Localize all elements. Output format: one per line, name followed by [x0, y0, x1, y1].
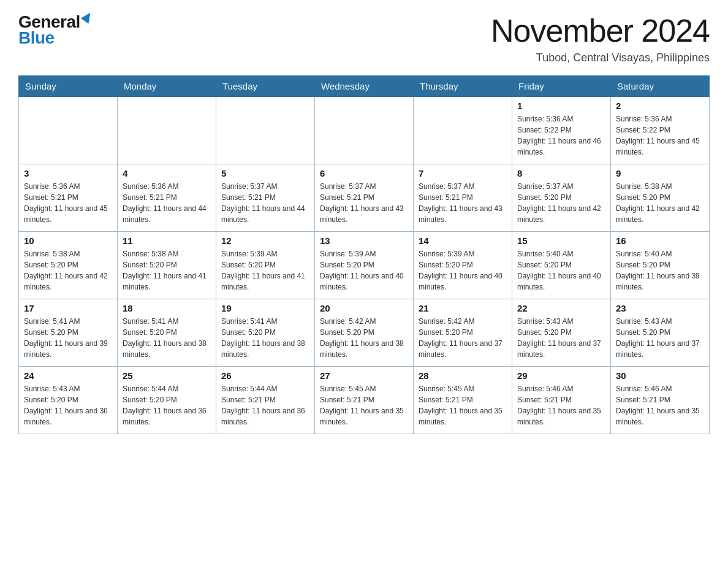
day-number: 15 — [517, 236, 605, 246]
calendar-week-row: 1Sunrise: 5:36 AMSunset: 5:22 PMDaylight… — [19, 97, 710, 164]
weekday-header-tuesday: Tuesday — [216, 76, 315, 97]
day-number: 14 — [419, 236, 507, 246]
day-number: 28 — [419, 370, 507, 381]
calendar-cell: 21Sunrise: 5:42 AMSunset: 5:20 PMDayligh… — [414, 299, 512, 367]
day-number: 10 — [24, 236, 112, 246]
day-info: Sunrise: 5:46 AMSunset: 5:21 PMDaylight:… — [517, 383, 605, 427]
calendar-cell: 5Sunrise: 5:37 AMSunset: 5:21 PMDaylight… — [216, 164, 315, 232]
calendar-cell: 19Sunrise: 5:41 AMSunset: 5:20 PMDayligh… — [216, 299, 315, 367]
weekday-header-wednesday: Wednesday — [315, 76, 414, 97]
calendar-cell: 2Sunrise: 5:36 AMSunset: 5:22 PMDaylight… — [611, 97, 710, 164]
day-number: 8 — [517, 168, 605, 178]
day-number: 23 — [616, 303, 704, 313]
calendar-cell: 3Sunrise: 5:36 AMSunset: 5:21 PMDaylight… — [19, 164, 118, 232]
day-info: Sunrise: 5:39 AMSunset: 5:20 PMDaylight:… — [419, 248, 507, 293]
day-info: Sunrise: 5:39 AMSunset: 5:20 PMDaylight:… — [320, 248, 408, 293]
weekday-header-saturday: Saturday — [611, 76, 710, 97]
day-number: 27 — [320, 370, 408, 381]
day-info: Sunrise: 5:38 AMSunset: 5:20 PMDaylight:… — [24, 248, 112, 293]
day-number: 11 — [123, 236, 211, 246]
calendar-cell — [414, 97, 512, 164]
day-number: 4 — [123, 168, 211, 178]
calendar-cell: 6Sunrise: 5:37 AMSunset: 5:21 PMDaylight… — [315, 164, 414, 232]
calendar-cell: 12Sunrise: 5:39 AMSunset: 5:20 PMDayligh… — [216, 232, 315, 299]
day-number: 18 — [123, 303, 211, 313]
calendar-cell: 24Sunrise: 5:43 AMSunset: 5:20 PMDayligh… — [19, 367, 118, 434]
calendar-week-row: 10Sunrise: 5:38 AMSunset: 5:20 PMDayligh… — [19, 232, 710, 299]
month-title: November 2024 — [491, 12, 710, 49]
day-info: Sunrise: 5:37 AMSunset: 5:21 PMDaylight:… — [419, 181, 507, 225]
day-info: Sunrise: 5:43 AMSunset: 5:20 PMDaylight:… — [24, 383, 112, 427]
title-block: November 2024 Tubod, Central Visayas, Ph… — [491, 12, 710, 64]
calendar-cell: 30Sunrise: 5:46 AMSunset: 5:21 PMDayligh… — [611, 367, 710, 434]
day-number: 1 — [517, 101, 605, 111]
day-number: 26 — [221, 370, 309, 381]
day-info: Sunrise: 5:36 AMSunset: 5:22 PMDaylight:… — [616, 113, 704, 158]
day-info: Sunrise: 5:45 AMSunset: 5:21 PMDaylight:… — [419, 383, 507, 427]
day-info: Sunrise: 5:44 AMSunset: 5:21 PMDaylight:… — [221, 383, 309, 427]
calendar-table: SundayMondayTuesdayWednesdayThursdayFrid… — [18, 75, 710, 434]
calendar-cell: 23Sunrise: 5:43 AMSunset: 5:20 PMDayligh… — [611, 299, 710, 367]
day-info: Sunrise: 5:46 AMSunset: 5:21 PMDaylight:… — [616, 383, 704, 427]
calendar-cell: 29Sunrise: 5:46 AMSunset: 5:21 PMDayligh… — [512, 367, 611, 434]
day-number: 29 — [517, 370, 605, 381]
day-info: Sunrise: 5:41 AMSunset: 5:20 PMDaylight:… — [221, 316, 309, 360]
day-info: Sunrise: 5:36 AMSunset: 5:21 PMDaylight:… — [24, 181, 112, 225]
day-info: Sunrise: 5:39 AMSunset: 5:20 PMDaylight:… — [221, 248, 309, 293]
day-number: 20 — [320, 303, 408, 313]
day-info: Sunrise: 5:36 AMSunset: 5:22 PMDaylight:… — [517, 113, 605, 158]
weekday-header-thursday: Thursday — [414, 76, 512, 97]
calendar-cell: 22Sunrise: 5:43 AMSunset: 5:20 PMDayligh… — [512, 299, 611, 367]
day-number: 9 — [616, 168, 704, 178]
day-number: 17 — [24, 303, 112, 313]
day-info: Sunrise: 5:40 AMSunset: 5:20 PMDaylight:… — [616, 248, 704, 293]
calendar-cell: 9Sunrise: 5:38 AMSunset: 5:20 PMDaylight… — [611, 164, 710, 232]
calendar-cell: 28Sunrise: 5:45 AMSunset: 5:21 PMDayligh… — [414, 367, 512, 434]
day-info: Sunrise: 5:43 AMSunset: 5:20 PMDaylight:… — [517, 316, 605, 360]
page-header: General Blue November 2024 Tubod, Centra… — [18, 12, 710, 64]
calendar-cell: 11Sunrise: 5:38 AMSunset: 5:20 PMDayligh… — [118, 232, 216, 299]
calendar-cell — [118, 97, 216, 164]
calendar-cell: 10Sunrise: 5:38 AMSunset: 5:20 PMDayligh… — [19, 232, 118, 299]
location-label: Tubod, Central Visayas, Philippines — [491, 52, 710, 64]
day-info: Sunrise: 5:37 AMSunset: 5:20 PMDaylight:… — [517, 181, 605, 225]
weekday-header-friday: Friday — [512, 76, 611, 97]
day-number: 12 — [221, 236, 309, 246]
day-number: 16 — [616, 236, 704, 246]
weekday-header-row: SundayMondayTuesdayWednesdayThursdayFrid… — [19, 76, 710, 97]
calendar-cell: 15Sunrise: 5:40 AMSunset: 5:20 PMDayligh… — [512, 232, 611, 299]
day-number: 13 — [320, 236, 408, 246]
calendar-cell: 18Sunrise: 5:41 AMSunset: 5:20 PMDayligh… — [118, 299, 216, 367]
calendar-cell: 27Sunrise: 5:45 AMSunset: 5:21 PMDayligh… — [315, 367, 414, 434]
day-info: Sunrise: 5:38 AMSunset: 5:20 PMDaylight:… — [123, 248, 211, 293]
day-number: 6 — [320, 168, 408, 178]
weekday-header-sunday: Sunday — [19, 76, 118, 97]
day-info: Sunrise: 5:40 AMSunset: 5:20 PMDaylight:… — [517, 248, 605, 293]
logo-arrow-icon — [81, 13, 93, 26]
day-number: 25 — [123, 370, 211, 381]
day-info: Sunrise: 5:38 AMSunset: 5:20 PMDaylight:… — [616, 181, 704, 225]
calendar-cell: 16Sunrise: 5:40 AMSunset: 5:20 PMDayligh… — [611, 232, 710, 299]
calendar-cell — [216, 97, 315, 164]
day-info: Sunrise: 5:43 AMSunset: 5:20 PMDaylight:… — [616, 316, 704, 360]
day-info: Sunrise: 5:41 AMSunset: 5:20 PMDaylight:… — [123, 316, 211, 360]
day-info: Sunrise: 5:42 AMSunset: 5:20 PMDaylight:… — [320, 316, 408, 360]
day-number: 5 — [221, 168, 309, 178]
day-number: 30 — [616, 370, 704, 381]
calendar-cell: 14Sunrise: 5:39 AMSunset: 5:20 PMDayligh… — [414, 232, 512, 299]
calendar-cell: 7Sunrise: 5:37 AMSunset: 5:21 PMDaylight… — [414, 164, 512, 232]
day-info: Sunrise: 5:37 AMSunset: 5:21 PMDaylight:… — [320, 181, 408, 225]
calendar-cell: 17Sunrise: 5:41 AMSunset: 5:20 PMDayligh… — [19, 299, 118, 367]
logo-blue-text: Blue — [18, 28, 55, 48]
calendar-cell — [315, 97, 414, 164]
calendar-cell: 25Sunrise: 5:44 AMSunset: 5:20 PMDayligh… — [118, 367, 216, 434]
calendar-cell: 8Sunrise: 5:37 AMSunset: 5:20 PMDaylight… — [512, 164, 611, 232]
calendar-cell: 26Sunrise: 5:44 AMSunset: 5:21 PMDayligh… — [216, 367, 315, 434]
day-number: 19 — [221, 303, 309, 313]
day-number: 24 — [24, 370, 112, 381]
day-info: Sunrise: 5:44 AMSunset: 5:20 PMDaylight:… — [123, 383, 211, 427]
calendar-week-row: 24Sunrise: 5:43 AMSunset: 5:20 PMDayligh… — [19, 367, 710, 434]
day-number: 2 — [616, 101, 704, 111]
day-info: Sunrise: 5:45 AMSunset: 5:21 PMDaylight:… — [320, 383, 408, 427]
calendar-cell — [19, 97, 118, 164]
